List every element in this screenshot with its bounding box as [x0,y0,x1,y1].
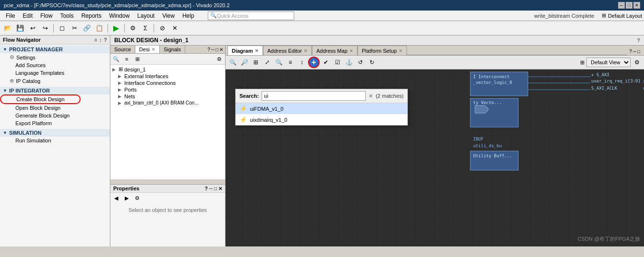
maximize-button[interactable]: □ [626,2,632,9]
diag-anchor[interactable]: ⚓ [344,58,354,67]
toolbar-cut[interactable]: ✂ [69,23,80,34]
props-next[interactable]: ▶ [122,194,131,202]
search-input[interactable] [262,91,366,101]
lp-sort[interactable]: ⊞ [132,55,142,63]
tab-address-map[interactable]: Address Map ✕ [312,46,358,55]
diag-refresh[interactable]: ↺ [355,58,366,67]
diag-zoom-out[interactable]: 🔎 [239,58,250,67]
lp-gear[interactable]: ⚙ [215,55,224,63]
toolbar-sum[interactable]: Σ [140,23,151,34]
tab-help-icon[interactable]: ? [629,49,632,54]
toolbar-run[interactable]: ▶ [110,23,122,34]
toolbar-forbid[interactable]: ⊘ [156,23,168,34]
props-minimize[interactable]: ─ [209,186,213,191]
tab-platform-close[interactable]: ✕ [399,48,403,53]
nav-icon-help[interactable]: ? [104,37,107,43]
toolbar-copy[interactable]: ◻ [56,23,68,34]
view-select[interactable]: Default View [586,58,631,67]
diag-gear[interactable]: ⚙ [632,58,642,67]
diag-filter[interactable]: ≡ [285,58,296,67]
props-help[interactable]: ? [205,186,208,191]
nav-settings[interactable]: ⚙ Settings [0,53,110,61]
nav-lang-templates[interactable]: Language Templates [0,69,110,77]
nav-generate-block-design[interactable]: Generate Block Design [0,112,110,119]
toolbar-settings[interactable]: ⚙ [127,23,139,34]
tab-min-icon[interactable]: ─ [633,49,636,54]
diag-regenerate[interactable]: ↻ [367,58,377,67]
nav-ip-catalog[interactable]: ⊕ IP Catalog [0,77,110,85]
help-icon[interactable]: ? [637,37,640,43]
tab-source[interactable]: Source [110,46,135,53]
toolbar-paste[interactable]: 📋 [94,23,105,34]
tab-diagram[interactable]: Diagram ✕ [227,46,263,55]
tree-ports[interactable]: ▶ Ports [111,86,224,93]
search-result-uifdma[interactable]: ⚡ uiFDMA_v1_0 [236,103,407,114]
lp-search[interactable]: 🔍 [111,55,121,63]
left-tab-restore[interactable]: □ [215,47,218,52]
tree-interface-connections[interactable]: ▶ Interface Connections [111,80,224,86]
tab-addr-editor-close[interactable]: ✕ [304,48,308,53]
props-prev[interactable]: ◀ [111,194,121,202]
nav-run-simulation[interactable]: Run Simulation [0,137,110,144]
quick-access-input[interactable]: 🔍 Quick Access [208,12,294,20]
diag-search[interactable]: 🔍 [274,58,284,67]
left-panel-scrollbar[interactable] [110,179,225,184]
toolbar-link[interactable]: 🔗 [81,23,93,34]
props-gear[interactable]: ⚙ [132,194,142,202]
tab-diagram-close[interactable]: ✕ [255,48,259,53]
minimize-button[interactable]: ─ [618,2,625,9]
search-result-uixdma[interactable]: ⚡ uixdmairq_v1_0 [236,114,407,125]
section-project-manager-header[interactable]: ▼ PROJECT MANAGER [0,46,110,53]
section-simulation-header[interactable]: ▼ SIMULATION [0,129,110,137]
menu-layout[interactable]: Layout [133,12,158,20]
nav-export-platform[interactable]: Export Platform [0,119,110,127]
tab-design[interactable]: Desi ✕ [135,46,160,53]
menu-reports[interactable]: Reports [77,12,105,20]
menu-view[interactable]: View [158,12,179,20]
menu-edit[interactable]: Edit [19,12,36,20]
search-clear-button[interactable]: ✕ [369,93,373,99]
props-restore[interactable]: □ [214,186,217,191]
lp-filter[interactable]: ≡ [122,55,131,63]
diag-zoom-in[interactable]: 🔍 [227,58,238,67]
tab-platform-setup[interactable]: Platform Setup ✕ [358,46,407,55]
tree-bram[interactable]: ▶ axi_bram_ctrl_0 (AXI BRAM Con... [111,100,224,106]
toolbar-close[interactable]: ✕ [169,23,180,34]
tab-addr-map-close[interactable]: ✕ [349,48,353,53]
tree-nets[interactable]: ▶ Nets [111,93,224,100]
nav-icon-expand[interactable]: ↕ [99,37,102,43]
arrow-sim: ▼ [3,130,7,135]
tab-max-icon[interactable]: □ [637,49,640,54]
nav-create-block-design[interactable]: Create Block Design [0,94,81,104]
toolbar-save[interactable]: 💾 [14,23,26,34]
section-ip-integrator-header[interactable]: ▼ IP INTEGRATOR [0,87,110,94]
search-header: Search: ✕ (2 matches) [236,89,407,103]
props-close[interactable]: ✕ [218,186,222,191]
tab-address-editor[interactable]: Address Editor ✕ [263,46,312,55]
tree-external-interfaces[interactable]: ▶ External Interfaces [111,73,224,80]
diag-add-ip[interactable]: + [308,57,320,68]
menu-file[interactable]: File [2,12,19,20]
diag-expand[interactable]: ⤢ [262,58,273,67]
diag-validate[interactable]: ✔ [321,58,331,67]
menu-flow[interactable]: Flow [36,12,56,20]
tab-signals[interactable]: Signals [160,46,185,53]
toolbar-redo[interactable]: ↪ [39,23,51,34]
menu-tools[interactable]: Tools [56,12,77,20]
tree-root[interactable]: ▶ ⊞ design_1 [111,66,224,73]
menu-window[interactable]: Window [105,12,133,20]
menu-help[interactable]: Help [179,12,198,20]
nav-add-sources[interactable]: Add Sources [0,61,110,69]
left-tab-help[interactable]: ? [207,47,210,52]
tab-design-close[interactable]: ✕ [152,47,155,52]
diag-route[interactable]: ↕ [297,58,307,67]
toolbar-undo[interactable]: ↩ [27,23,38,34]
toolbar-open[interactable]: 📂 [2,23,13,34]
diag-check[interactable]: ☑ [332,58,343,67]
left-tab-minimize[interactable]: ─ [211,47,215,52]
nav-open-block-design[interactable]: Open Block Design [0,104,110,112]
left-tab-close[interactable]: ✕ [219,47,223,52]
diag-fit[interactable]: ⊞ [250,58,261,67]
nav-icon-collapse[interactable]: ≡ [94,37,97,43]
close-button[interactable]: ✕ [633,2,640,9]
